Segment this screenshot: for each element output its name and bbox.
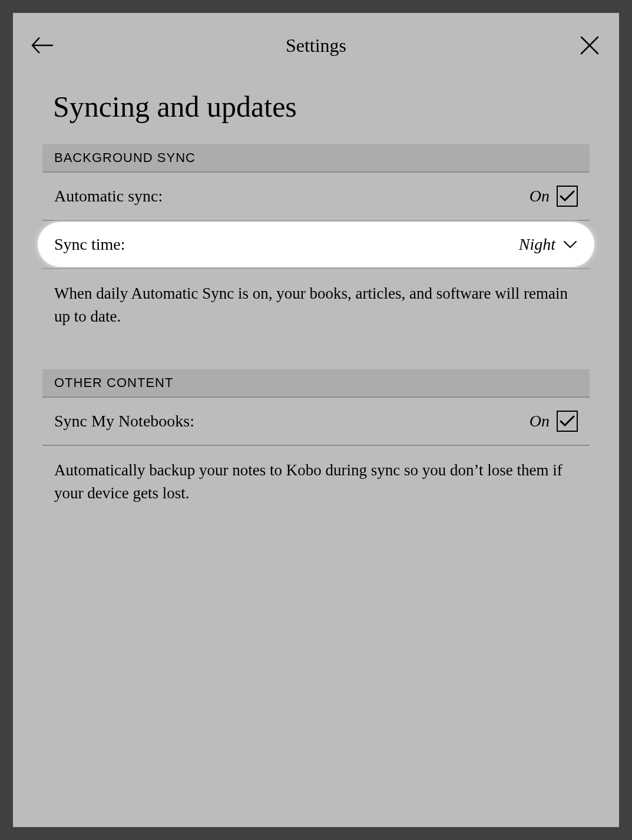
chevron-down-icon xyxy=(563,240,577,249)
sync-time-label: Sync time: xyxy=(54,235,125,254)
page-title: Syncing and updates xyxy=(42,90,590,124)
setting-row-sync-notebooks[interactable]: Sync My Notebooks: On xyxy=(42,398,590,446)
section-header-other-content: OTHER CONTENT xyxy=(42,369,590,398)
sync-notebooks-checkbox[interactable] xyxy=(557,411,578,432)
sync-time-value: Night xyxy=(519,235,555,254)
sync-notebooks-value: On xyxy=(530,412,550,431)
close-button[interactable] xyxy=(578,34,601,57)
automatic-sync-label: Automatic sync: xyxy=(54,187,163,206)
section-header-background-sync: BACKGROUND SYNC xyxy=(42,144,590,173)
setting-row-sync-time[interactable]: Sync time: Night xyxy=(38,222,594,267)
automatic-sync-value: On xyxy=(530,187,550,206)
header-title: Settings xyxy=(286,35,346,57)
sync-notebooks-label: Sync My Notebooks: xyxy=(54,412,194,431)
checkmark-icon xyxy=(560,415,575,428)
close-icon xyxy=(580,35,600,55)
sync-time-dropdown[interactable] xyxy=(562,239,578,250)
back-arrow-icon xyxy=(31,37,54,54)
checkmark-icon xyxy=(560,190,575,203)
automatic-sync-checkbox[interactable] xyxy=(557,186,578,207)
background-sync-description: When daily Automatic Sync is on, your bo… xyxy=(42,269,590,352)
other-content-description: Automatically backup your notes to Kobo … xyxy=(42,446,590,528)
header-bar: Settings xyxy=(13,13,619,72)
back-button[interactable] xyxy=(31,34,54,57)
setting-row-automatic-sync[interactable]: Automatic sync: On xyxy=(42,173,590,221)
